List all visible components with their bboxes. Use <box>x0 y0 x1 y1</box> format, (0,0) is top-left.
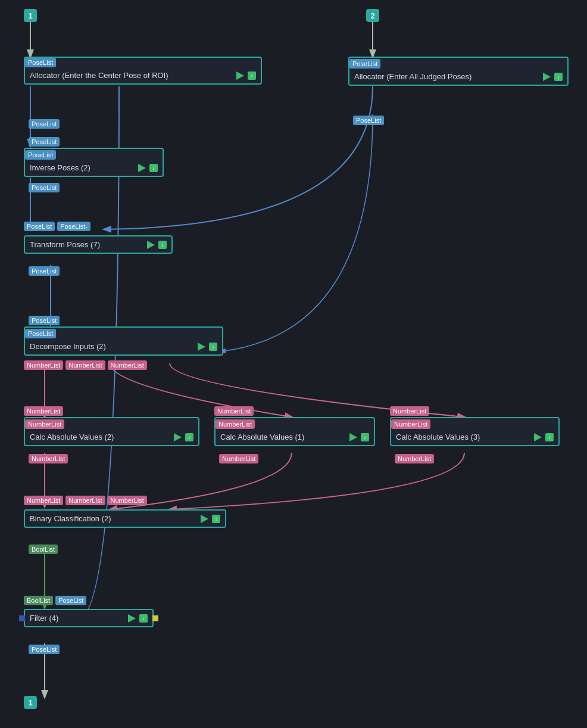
down-btn-binary[interactable]: ↓ <box>212 515 220 523</box>
node-alloc2-label: Allocator (Enter All Judged Poses) <box>354 72 539 81</box>
down-btn-alloc2[interactable]: ↓ <box>554 73 563 81</box>
node-decompose-label: Decompose Inputs (2) <box>30 342 194 351</box>
type-numberlist-calcabs2-in: NumberList <box>24 406 63 416</box>
node-calcabs3-label: Calc Absolute Values (3) <box>396 433 530 441</box>
type-numberlist-decompose-out2: NumberList <box>65 360 105 370</box>
type-poselist-transform-in2: PoseList- <box>57 222 90 231</box>
node-allocator-2: PoseList Allocator (Enter All Judged Pos… <box>348 57 569 86</box>
node-inverse-label: Inverse Poses (2) <box>30 163 135 172</box>
play-btn-calcabs3[interactable] <box>534 433 542 441</box>
type-poselist-alloc1-out: PoseList <box>29 119 60 129</box>
type-numberlist-calcabs1-out: NumberList <box>219 454 258 463</box>
header-decompose: PoseList <box>25 329 56 338</box>
node-binary-classification: Binary Classification (2) ↓ <box>24 509 226 528</box>
type-poselist-filter-out: PoseList <box>29 645 60 654</box>
play-btn-decompose[interactable] <box>198 343 205 351</box>
header-poselist-alloc1: PoseList <box>25 58 56 67</box>
node-transform-poses: Transform Poses (7) ↓ <box>24 235 173 254</box>
play-btn-filter[interactable] <box>128 614 136 623</box>
node-calcabs1-label: Calc Absolute Values (1) <box>220 433 346 441</box>
type-numberlist-calcabs3-out: NumberList <box>395 454 434 463</box>
type-boollist-filter-in: BoolList <box>24 596 53 605</box>
header-calcabs3: NumberList <box>391 419 430 429</box>
type-numberlist-calcabs3-in: NumberList <box>390 406 429 416</box>
down-btn-decompose[interactable]: ↓ <box>209 343 217 351</box>
type-poselist-transform-out: PoseList <box>29 266 60 276</box>
header-inverse: PoseList <box>25 150 56 160</box>
type-poselist-inverse-out: PoseList <box>29 183 60 192</box>
type-poselist-decompose-in: PoseList <box>29 316 60 325</box>
play-btn-alloc1[interactable] <box>236 71 244 80</box>
type-numberlist-calcabs1-in: NumberList <box>214 406 254 416</box>
type-numberlist-binary-in2: NumberList <box>65 496 105 505</box>
node-filter: Filter (4) ↓ <box>24 609 154 627</box>
node-calc-abs-1: NumberList Calc Absolute Values (1) ↓ <box>214 417 375 446</box>
node-binary-label: Binary Classification (2) <box>30 514 197 523</box>
type-boollist-binary-out: BoolList <box>29 545 58 554</box>
type-numberlist-decompose-out3: NumberList <box>108 360 147 370</box>
type-poselist-inverse-in: PoseList <box>29 137 60 147</box>
down-btn-inverse[interactable]: ↓ <box>149 164 158 172</box>
play-btn-alloc2[interactable] <box>543 73 551 81</box>
node-allocator-1: PoseList Allocator (Enter the Center Pos… <box>24 57 262 85</box>
type-numberlist-binary-in1: NumberList <box>24 496 63 505</box>
play-btn-calcabs1[interactable] <box>349 433 357 441</box>
down-btn-filter[interactable]: ↓ <box>139 614 148 623</box>
down-btn-calcabs1[interactable]: ↓ <box>361 433 369 441</box>
header-calcabs1: NumberList <box>216 419 255 429</box>
badge-1-top: 1 <box>24 9 37 22</box>
header-poselist-alloc2: PoseList <box>349 59 380 69</box>
down-btn-alloc1[interactable]: ↓ <box>248 71 256 80</box>
node-calc-abs-2: NumberList Calc Absolute Values (2) ↓ <box>24 417 199 446</box>
node-calcabs2-label: Calc Absolute Values (2) <box>30 433 170 441</box>
node-decompose-inputs: PoseList Decompose Inputs (2) ↓ <box>24 326 223 356</box>
type-numberlist-decompose-out1: NumberList <box>24 360 63 370</box>
type-numberlist-binary-in3: NumberList <box>108 496 147 505</box>
node-inverse-poses: PoseList Inverse Poses (2) ↓ <box>24 148 164 177</box>
badge-2-top: 2 <box>366 9 379 22</box>
down-btn-calcabs3[interactable]: ↓ <box>545 433 554 441</box>
type-poselist-filter-in: PoseList <box>55 596 86 605</box>
node-alloc1-label: Allocator (Enter the Center Pose of ROI) <box>30 71 233 80</box>
type-poselist-alloc2-out: PoseList <box>353 116 384 125</box>
type-numberlist-calcabs2-out: NumberList <box>29 454 68 463</box>
node-transform-label: Transform Poses (7) <box>30 240 143 249</box>
node-filter-label: Filter (4) <box>30 614 124 623</box>
play-btn-transform[interactable] <box>147 241 155 249</box>
down-btn-calcabs2[interactable]: ↓ <box>185 433 193 441</box>
play-btn-calcabs2[interactable] <box>174 433 182 441</box>
play-btn-inverse[interactable] <box>138 164 146 172</box>
badge-1-bottom: 1 <box>24 696 37 709</box>
down-btn-transform[interactable]: ↓ <box>158 241 167 249</box>
type-poselist-transform-in1: PoseList <box>24 222 55 231</box>
header-calcabs2: NumberList <box>25 419 64 429</box>
node-calc-abs-3: NumberList Calc Absolute Values (3) ↓ <box>390 417 560 446</box>
play-btn-binary[interactable] <box>201 515 208 523</box>
